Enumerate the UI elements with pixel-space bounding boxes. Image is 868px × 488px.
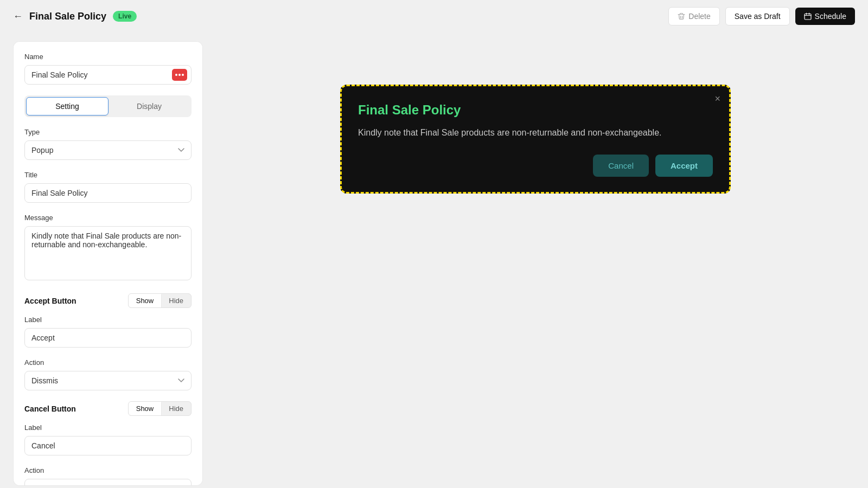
tab-display[interactable]: Display (108, 97, 190, 115)
message-textarea[interactable]: Kindly note that Final Sale products are… (24, 226, 192, 280)
title-input[interactable] (24, 183, 192, 203)
accept-hide-button[interactable]: Hide (161, 294, 191, 307)
popup-preview: × Final Sale Policy Kindly note that Fin… (340, 85, 731, 194)
cancel-action-label: Action (24, 466, 192, 474)
message-label: Message (24, 214, 192, 222)
accept-action-label: Action (24, 358, 192, 367)
accept-section-title: Accept Button (24, 297, 76, 305)
dot3 (182, 74, 184, 76)
popup-buttons: Cancel Accept (358, 155, 713, 177)
cancel-button-group: Cancel Button Show Hide Label Action Dis… (24, 401, 192, 486)
cancel-hide-button[interactable]: Hide (161, 402, 191, 415)
back-button[interactable]: ← (13, 11, 23, 22)
delete-button[interactable]: Delete (668, 7, 719, 25)
accept-action-group: Action Dissmis (24, 358, 192, 390)
name-input[interactable] (24, 65, 192, 85)
cancel-label-label: Label (24, 423, 192, 432)
schedule-button[interactable]: Schedule (795, 8, 855, 25)
popup-close-button[interactable]: × (714, 94, 720, 104)
tab-setting[interactable]: Setting (26, 97, 108, 115)
top-bar-right: Delete Save as Draft Schedule (668, 7, 855, 25)
name-input-wrapper (24, 65, 192, 85)
live-badge: Live (113, 11, 137, 22)
back-icon: ← (13, 11, 23, 22)
cancel-action-group: Action Dissmis (24, 466, 192, 486)
cancel-action-select[interactable]: Dissmis (24, 479, 192, 486)
accept-label-input[interactable] (24, 328, 192, 348)
popup-cancel-button[interactable]: Cancel (593, 155, 649, 177)
main-content: Name Setting Display Type Popup (0, 33, 868, 488)
trash-icon (678, 12, 685, 20)
page-title: Final Sale Policy (29, 11, 106, 22)
cancel-show-button[interactable]: Show (129, 402, 162, 415)
right-preview: × Final Sale Policy Kindly note that Fin… (216, 41, 855, 479)
name-label: Name (24, 53, 192, 61)
type-select[interactable]: Popup (24, 140, 192, 160)
name-field-group: Name (24, 53, 192, 85)
svg-rect-0 (805, 14, 811, 20)
message-field-group: Message Kindly note that Final Sale prod… (24, 214, 192, 282)
left-panel: Name Setting Display Type Popup (13, 41, 203, 486)
tabs-wrapper: Setting Display (24, 95, 192, 117)
cancel-label-group: Label (24, 423, 192, 455)
menu-dots-button[interactable] (172, 69, 187, 81)
cancel-section-header: Cancel Button Show Hide (24, 401, 192, 416)
title-label: Title (24, 171, 192, 179)
accept-section-header: Accept Button Show Hide (24, 293, 192, 308)
dot2 (178, 74, 181, 76)
popup-preview-message: Kindly note that Final Sale products are… (358, 126, 713, 139)
top-bar-left: ← Final Sale Policy Live (13, 11, 137, 22)
type-field-group: Type Popup (24, 128, 192, 160)
popup-preview-title: Final Sale Policy (358, 102, 713, 118)
accept-button-group: Accept Button Show Hide Label Action Dis… (24, 293, 192, 390)
title-field-group: Title (24, 171, 192, 203)
popup-accept-button[interactable]: Accept (655, 155, 713, 177)
save-draft-button[interactable]: Save as Draft (725, 7, 790, 25)
schedule-label: Schedule (815, 12, 846, 21)
calendar-icon (804, 12, 812, 20)
top-bar: ← Final Sale Policy Live Delete Save as … (0, 0, 868, 33)
cancel-toggle-group: Show Hide (128, 401, 192, 416)
accept-label-group: Label (24, 316, 192, 348)
cancel-section-title: Cancel Button (24, 404, 76, 413)
accept-show-button[interactable]: Show (129, 294, 162, 307)
accept-label-label: Label (24, 316, 192, 324)
accept-toggle-group: Show Hide (128, 293, 192, 308)
delete-label: Delete (688, 12, 710, 21)
type-label: Type (24, 128, 192, 136)
cancel-label-input[interactable] (24, 436, 192, 455)
dot1 (175, 74, 177, 76)
accept-action-select[interactable]: Dissmis (24, 371, 192, 390)
